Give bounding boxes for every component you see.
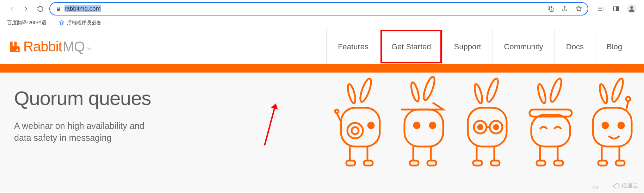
svg-point-39 [626, 97, 630, 101]
forward-button[interactable] [21, 4, 31, 14]
svg-rect-14 [364, 161, 373, 166]
svg-point-33 [549, 77, 564, 103]
logo-text-suffix: MQ [63, 39, 85, 55]
hero-subtitle: A webinar on high availability and data … [14, 120, 162, 144]
logo-text-brand: Rabbit [23, 39, 62, 55]
main-nav: Features Get Started Support Community D… [326, 29, 633, 64]
address-bar[interactable]: rabbitmq.com [49, 2, 588, 15]
bookmarks-bar: 百度翻译-200种语... 后端程序员必备：... [0, 18, 644, 29]
cs-watermark: CS [592, 185, 598, 190]
nav-blog[interactable]: Blog [595, 29, 633, 64]
rabbitmq-logo[interactable]: RabbitMQ TM [8, 39, 91, 55]
rabbit-icon [394, 76, 450, 168]
bookmark-label: 百度翻译-200种语... [7, 20, 51, 26]
svg-rect-34 [531, 115, 570, 147]
svg-rect-31 [491, 161, 500, 166]
svg-point-28 [478, 125, 482, 129]
svg-rect-41 [593, 108, 632, 147]
cloud-icon [613, 182, 620, 189]
bookmark-label: 后端程序员必备：... [67, 20, 111, 26]
panel-icon[interactable] [612, 4, 621, 13]
svg-rect-45 [616, 161, 625, 166]
hero-illustration [330, 76, 640, 168]
toolbar-right [593, 4, 640, 13]
bookmark-item[interactable]: 百度翻译-200种语... [7, 20, 51, 26]
nav-support[interactable]: Support [442, 29, 493, 64]
svg-point-38 [610, 77, 625, 103]
svg-point-5 [346, 83, 357, 104]
rabbit-icon [330, 76, 387, 168]
svg-rect-13 [346, 161, 355, 166]
svg-point-22 [473, 83, 484, 104]
translate-icon[interactable] [546, 4, 555, 13]
nav-features[interactable]: Features [326, 29, 380, 64]
svg-point-11 [352, 127, 359, 134]
url-text: rabbitmq.com [64, 5, 543, 12]
accent-strip [0, 64, 644, 73]
hero-section: Quorum queues A webinar on high availabi… [0, 73, 644, 192]
nav-docs[interactable]: Docs [555, 29, 595, 64]
svg-point-4 [630, 6, 633, 9]
svg-rect-17 [404, 110, 443, 147]
svg-rect-20 [410, 161, 419, 166]
address-actions [546, 4, 583, 13]
svg-rect-30 [473, 161, 482, 166]
profile-avatar[interactable] [627, 4, 636, 13]
svg-point-37 [598, 83, 609, 104]
reload-button[interactable] [35, 4, 45, 14]
rabbit-icon [521, 76, 577, 168]
share-icon[interactable] [560, 4, 569, 13]
svg-point-16 [422, 76, 437, 101]
svg-point-32 [537, 83, 547, 104]
svg-point-12 [368, 123, 374, 128]
logo-icon [8, 40, 23, 54]
bookmark-item[interactable]: 后端程序员必备：... [58, 20, 111, 26]
nav-get-started[interactable]: Get Started [380, 29, 442, 64]
lock-icon [56, 6, 61, 12]
svg-rect-36 [554, 161, 563, 166]
svg-point-10 [347, 123, 363, 138]
svg-point-18 [414, 123, 420, 128]
bookmark-favicon [58, 20, 65, 26]
svg-point-29 [494, 125, 498, 129]
svg-point-23 [485, 77, 500, 103]
reading-list-icon[interactable] [596, 4, 605, 13]
rabbit-icon [584, 76, 640, 168]
watermark: 亿速云 [613, 182, 638, 189]
browser-toolbar: rabbitmq.com [0, 0, 644, 18]
back-button[interactable] [7, 4, 17, 14]
svg-point-15 [410, 82, 420, 102]
svg-line-40 [626, 101, 628, 110]
site-header: RabbitMQ TM Features Get Started Support… [0, 29, 644, 64]
svg-rect-3 [616, 7, 619, 11]
svg-point-6 [358, 77, 373, 103]
svg-point-43 [618, 123, 624, 128]
logo-tm: TM [86, 47, 90, 51]
star-icon[interactable] [574, 4, 583, 13]
svg-point-42 [602, 123, 608, 128]
rabbit-icon [457, 76, 514, 168]
svg-point-19 [430, 123, 435, 128]
svg-rect-44 [598, 161, 607, 166]
svg-rect-35 [537, 161, 545, 166]
svg-rect-21 [427, 161, 436, 166]
svg-point-7 [335, 110, 339, 113]
nav-community[interactable]: Community [493, 29, 555, 64]
